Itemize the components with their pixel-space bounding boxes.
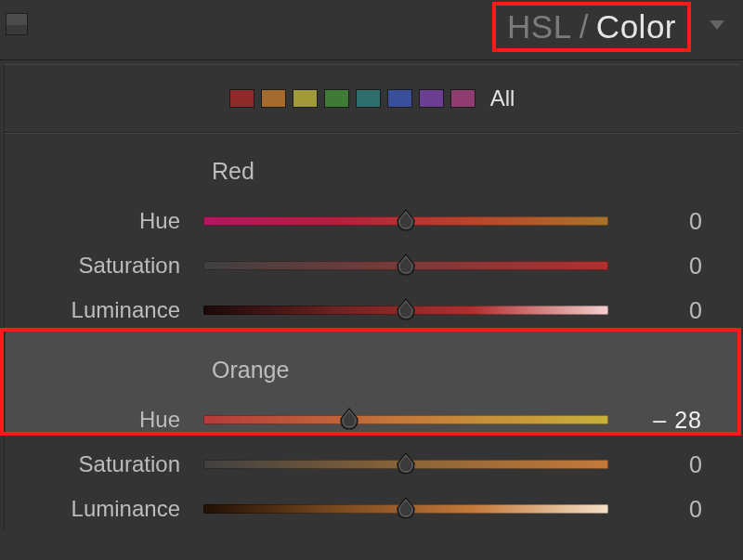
orange-saturation-value[interactable]: 0 — [689, 451, 702, 478]
group-title-red: Red — [5, 134, 739, 199]
panel-title[interactable]: HSL / Color — [492, 2, 691, 52]
red-hue-slider[interactable] — [203, 215, 608, 228]
orange-luminance-slider[interactable] — [203, 502, 608, 515]
panel-menu-icon[interactable] — [710, 20, 724, 30]
hsl-color-panel: HSL / Color All RedHue0Saturation0Lumina… — [0, 0, 743, 560]
swatch-6[interactable] — [419, 89, 444, 108]
orange-saturation-slider[interactable] — [203, 458, 608, 471]
group-orange: OrangeHue– 28Saturation0Luminance0 — [5, 332, 739, 531]
orange-luminance-value[interactable]: 0 — [689, 496, 702, 523]
orange-hue-row: Hue– 28 — [5, 397, 739, 442]
orange-hue-slider[interactable] — [203, 413, 608, 426]
orange-saturation-row: Saturation0 — [5, 442, 739, 487]
orange-saturation-slider-thumb[interactable] — [397, 452, 415, 475]
color-swatches — [229, 89, 476, 108]
mode-separator: / — [580, 8, 589, 46]
red-hue-slider-thumb[interactable] — [397, 209, 415, 231]
swatch-0[interactable] — [229, 89, 254, 108]
red-luminance-slider-thumb[interactable] — [397, 298, 415, 320]
panel-toggle[interactable] — [6, 13, 28, 35]
swatch-5[interactable] — [387, 89, 412, 108]
all-swatch-label[interactable]: All — [490, 85, 515, 111]
orange-luminance-slider-thumb[interactable] — [397, 497, 415, 519]
panel-header: HSL / Color — [0, 0, 743, 60]
mode-hsl[interactable]: HSL — [507, 8, 572, 46]
red-saturation-slider-thumb[interactable] — [397, 254, 415, 276]
red-saturation-slider[interactable] — [203, 259, 608, 272]
color-swatch-row: All — [5, 65, 739, 133]
slider-groups: RedHue0Saturation0Luminance0OrangeHue– 2… — [5, 133, 739, 531]
mode-color[interactable]: Color — [596, 8, 676, 46]
swatch-7[interactable] — [450, 89, 476, 108]
red-luminance-slider[interactable] — [203, 304, 608, 317]
red-saturation-label: Saturation — [79, 253, 180, 279]
orange-luminance-row: Luminance0 — [5, 487, 739, 531]
panel-body: All RedHue0Saturation0Luminance0OrangeHu… — [4, 64, 739, 531]
swatch-1[interactable] — [261, 89, 286, 108]
group-red: RedHue0Saturation0Luminance0 — [5, 134, 739, 332]
red-saturation-value[interactable]: 0 — [689, 253, 702, 280]
red-luminance-value[interactable]: 0 — [689, 297, 702, 324]
swatch-4[interactable] — [356, 89, 381, 108]
red-hue-value[interactable]: 0 — [689, 208, 702, 235]
red-hue-row: Hue0 — [5, 199, 739, 243]
red-luminance-label: Luminance — [72, 297, 180, 323]
orange-hue-label: Hue — [139, 407, 180, 433]
red-saturation-row: Saturation0 — [5, 243, 739, 288]
swatch-2[interactable] — [293, 89, 318, 108]
orange-hue-slider-thumb[interactable] — [340, 408, 358, 430]
red-hue-label: Hue — [139, 208, 180, 234]
orange-luminance-label: Luminance — [72, 496, 180, 522]
orange-hue-value[interactable]: – 28 — [653, 407, 702, 434]
red-luminance-row: Luminance0 — [5, 288, 739, 332]
group-title-orange: Orange — [5, 332, 739, 397]
swatch-3[interactable] — [324, 89, 349, 108]
orange-saturation-label: Saturation — [79, 451, 180, 477]
